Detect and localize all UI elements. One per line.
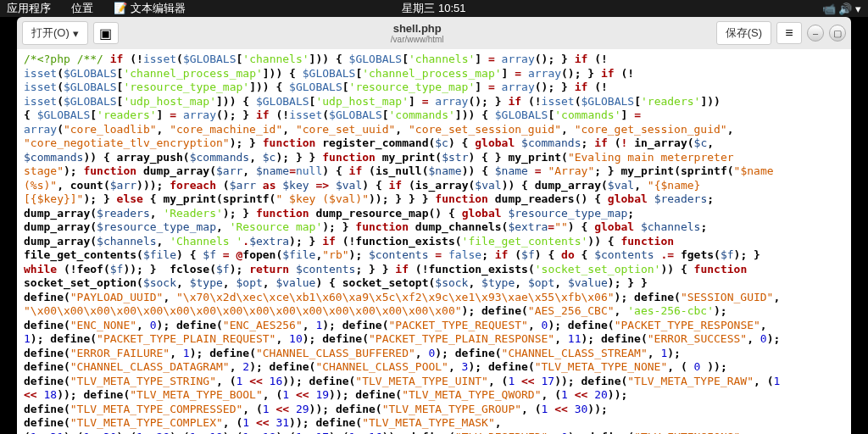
new-tab-button[interactable]: ▣ [93,22,119,44]
titlebar: 打开(O) ▾ ▣ shell.php /var/www/html 保存(S) … [17,17,851,49]
chevron-down-icon: ▾ [73,27,79,40]
clock: 星期三 10:51 [402,1,465,16]
code-editor[interactable]: /*<?php /**/ if (!isset($GLOBALS['channe… [17,49,851,434]
maximize-button[interactable]: ▢ [829,25,846,42]
hamburger-menu-button[interactable]: ≡ [776,22,802,44]
editor-window: 打开(O) ▾ ▣ shell.php /var/www/html 保存(S) … [17,17,851,434]
system-menubar: 应用程序 位置 📝 文本编辑器 星期三 10:51 📹 🔊 ▾ [0,0,868,17]
status-icons: 📹 🔊 ▾ [822,3,861,15]
window-title: shell.php [124,22,711,35]
hamburger-icon: ≡ [785,25,793,41]
new-doc-icon: ▣ [99,25,112,42]
menu-app-indicator[interactable]: 📝 文本编辑器 [114,1,186,16]
open-button[interactable]: 打开(O) ▾ [22,21,88,45]
window-subtitle: /var/www/html [124,35,711,44]
menu-places[interactable]: 位置 [71,1,93,16]
menu-applications[interactable]: 应用程序 [7,1,51,16]
minimize-button[interactable]: – [807,25,824,42]
save-button[interactable]: 保存(S) [716,21,771,45]
